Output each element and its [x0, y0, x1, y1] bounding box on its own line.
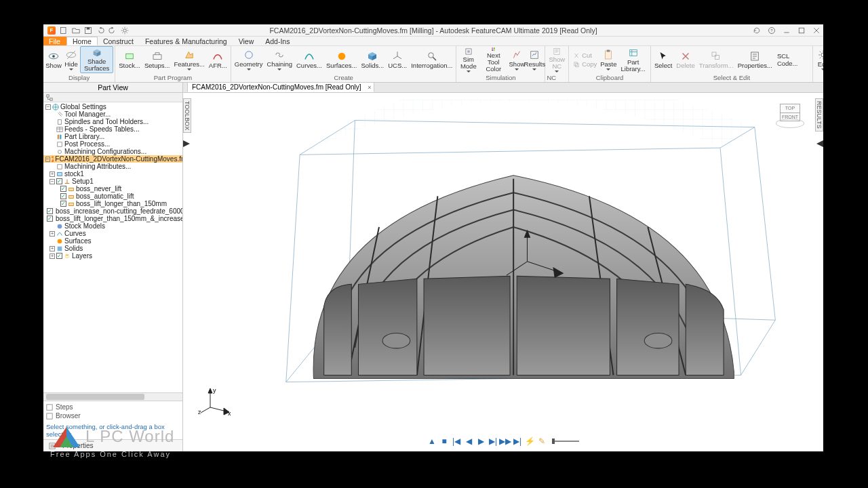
- browser-button[interactable]: Browser: [46, 411, 180, 420]
- afr-button[interactable]: AFR...: [207, 46, 229, 73]
- curves-button[interactable]: Curves...: [294, 46, 324, 73]
- properties-panel-header[interactable]: Properties: [43, 439, 182, 451]
- tree-item[interactable]: Machining Attributes...: [43, 163, 182, 170]
- results-button[interactable]: Results: [526, 46, 543, 73]
- help-icon[interactable]: ?: [768, 26, 776, 35]
- sidebar-header: [43, 93, 182, 102]
- interrogation-button[interactable]: Interrogation...: [409, 46, 454, 73]
- tree-item[interactable]: Tool Manager...: [43, 110, 182, 118]
- maximize-icon[interactable]: [797, 26, 806, 35]
- solids-button[interactable]: Solids...: [359, 46, 386, 73]
- shade-surfaces-button[interactable]: Shade Surfaces: [80, 46, 113, 73]
- viewport-3d[interactable]: TOOLBOX RESULTS TOP FRONT: [183, 93, 823, 451]
- delete-button[interactable]: Delete: [674, 46, 696, 73]
- document-tab-close-icon[interactable]: ×: [368, 84, 371, 91]
- tab-file[interactable]: File: [43, 37, 66, 45]
- sidebar-hscroll[interactable]: [43, 392, 182, 401]
- tree-feature[interactable]: ✓boss_never_lift: [43, 185, 182, 192]
- ucs-button[interactable]: UCS...: [386, 46, 409, 73]
- svg-rect-0: [61, 27, 66, 33]
- sim-show-button[interactable]: Show: [508, 46, 526, 73]
- svg-line-17: [433, 58, 436, 61]
- hide-button[interactable]: Hide: [62, 46, 80, 73]
- qat-open-icon[interactable]: [72, 26, 80, 35]
- tree-feature[interactable]: ✓boss_lift_longer_than_150mm_&_increase_…: [43, 215, 182, 222]
- geometry-button[interactable]: Geometry: [233, 46, 265, 73]
- paste-button[interactable]: Paste: [599, 46, 617, 73]
- tab-features-manufacturing[interactable]: Features & Manufacturing: [140, 37, 233, 45]
- first-button[interactable]: |◀: [452, 436, 461, 446]
- tree-item[interactable]: +Curves: [43, 230, 182, 237]
- tree-feature[interactable]: ✓boss_increase_non-cutting_feedrate_6000…: [43, 207, 182, 215]
- close-icon[interactable]: [812, 26, 821, 35]
- stop-button[interactable]: ■: [439, 436, 449, 446]
- speed-button[interactable]: ⚡: [525, 436, 534, 446]
- tree-item[interactable]: Stock Models: [43, 222, 182, 230]
- transform-button[interactable]: Transform...: [697, 46, 736, 73]
- tree-item[interactable]: +✓Layers: [43, 252, 182, 260]
- show-button[interactable]: Show: [45, 46, 62, 73]
- svg-point-9: [52, 55, 55, 58]
- tree-item[interactable]: Machining Configurations...: [43, 148, 182, 155]
- surfaces-button[interactable]: Surfaces...: [324, 46, 359, 73]
- tree-project[interactable]: − F FCAM2016_2DVortexNon-CuttingMoves.fm: [43, 155, 182, 163]
- toolbox-expand-icon[interactable]: [183, 140, 190, 147]
- features-button[interactable]: Features...: [172, 46, 206, 73]
- next-tool-color-button[interactable]: Next Tool Color: [479, 46, 508, 73]
- tree-item[interactable]: +stock1: [43, 170, 182, 178]
- speed-slider[interactable]: [552, 441, 579, 442]
- stock-button[interactable]: Stock...: [117, 46, 142, 73]
- tree-setup[interactable]: −✓Setup1: [43, 178, 182, 185]
- qat-save-icon[interactable]: [84, 26, 92, 35]
- tab-addins[interactable]: Add-Ins: [260, 37, 296, 45]
- svg-rect-45: [58, 172, 62, 176]
- tree-item[interactable]: Spindles and Tool Holders...: [43, 118, 182, 125]
- tree-item[interactable]: Post Process...: [43, 140, 182, 148]
- steps-button[interactable]: Steps: [46, 403, 180, 411]
- curve-icon: [56, 230, 63, 237]
- qat-settings-icon[interactable]: [121, 26, 129, 35]
- qat-new-icon[interactable]: [60, 26, 68, 35]
- qat-undo-icon[interactable]: [96, 26, 104, 35]
- tab-construct[interactable]: Construct: [98, 37, 140, 45]
- tree-item[interactable]: Part Library...: [43, 133, 182, 140]
- sim-mode-button[interactable]: Sim Mode: [458, 46, 479, 73]
- globe-icon: [52, 104, 59, 110]
- last-button[interactable]: ▶|: [513, 436, 522, 446]
- eject-button[interactable]: ▲: [427, 436, 437, 446]
- tab-view[interactable]: View: [233, 37, 260, 45]
- ff-button[interactable]: ▶▶: [500, 436, 510, 446]
- results-expand-icon[interactable]: [816, 140, 823, 147]
- erase-button[interactable]: ✎: [537, 436, 547, 446]
- help-undo-icon[interactable]: [753, 26, 761, 35]
- tree-feature[interactable]: ✓boss_lift_longer_than_150mm: [43, 200, 182, 207]
- show-nc-button[interactable]: Show NC: [547, 46, 567, 73]
- feature-icon: [68, 201, 75, 207]
- tree-global-settings[interactable]: − Global Settings: [43, 103, 182, 110]
- tree-item[interactable]: Surfaces: [43, 237, 182, 245]
- setups-button[interactable]: Setups...: [142, 46, 172, 73]
- play-button[interactable]: ▶: [476, 436, 486, 446]
- part-library-button[interactable]: Part Library...: [617, 46, 649, 73]
- tree[interactable]: − Global Settings Tool Manager... Spindl…: [43, 102, 182, 392]
- minimize-icon[interactable]: [783, 26, 791, 35]
- properties-button[interactable]: Properties...: [736, 46, 774, 73]
- next-button[interactable]: ▶|: [488, 436, 498, 446]
- svg-point-16: [429, 53, 434, 58]
- tree-feature[interactable]: ✓boss_automatic_lift: [43, 192, 182, 200]
- tree-item[interactable]: +Solids: [43, 245, 182, 252]
- svg-point-68: [382, 333, 410, 348]
- tree-item[interactable]: Feeds - Speeds Tables...: [43, 125, 182, 133]
- edit-options-button[interactable]: Edit: [814, 46, 823, 73]
- copy-button[interactable]: Copy: [570, 60, 599, 68]
- results-tab[interactable]: RESULTS: [815, 98, 823, 131]
- prev-button[interactable]: ◀: [464, 436, 473, 446]
- chaining-button[interactable]: Chaining: [265, 46, 295, 73]
- tab-home[interactable]: Home: [66, 37, 98, 45]
- scl-code-button[interactable]: SCL Code...: [774, 52, 811, 68]
- select-button[interactable]: Select: [652, 46, 674, 73]
- toolbox-tab[interactable]: TOOLBOX: [183, 98, 191, 133]
- qat-redo-icon[interactable]: [108, 26, 117, 35]
- cut-button[interactable]: Cut: [570, 51, 599, 60]
- document-tab[interactable]: FCAM2016_2DVortexNon-CuttingMoves.fm [Re…: [187, 83, 374, 92]
